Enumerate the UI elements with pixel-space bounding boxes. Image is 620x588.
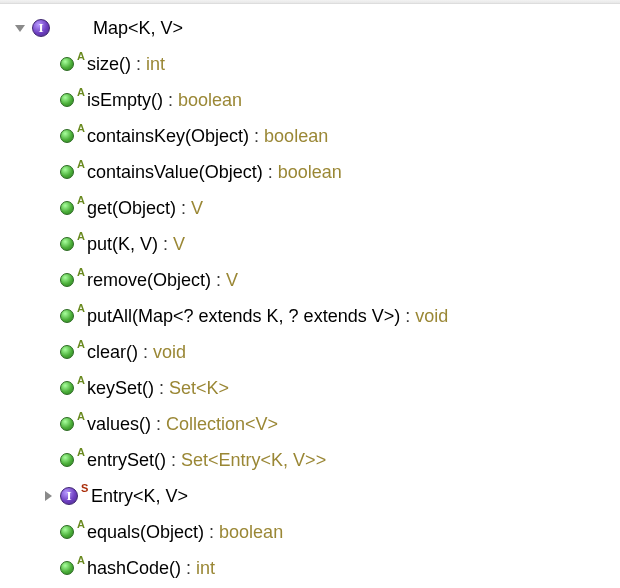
tree-row-method[interactable]: A hashCode() : int — [0, 550, 620, 586]
method-public-icon — [60, 201, 74, 215]
interface-icon — [32, 19, 50, 37]
method-public-icon — [60, 417, 74, 431]
abstract-badge-icon: A — [77, 446, 87, 458]
tree-row-label: entrySet() : Set<Entry<K, V>> — [87, 442, 326, 478]
tree-row-method[interactable]: A containsValue(Object) : boolean — [0, 154, 620, 190]
tree-row-label: keySet() : Set<K> — [87, 370, 229, 406]
disclosure-triangle-right-icon[interactable] — [42, 490, 56, 502]
method-public-icon — [60, 57, 74, 71]
tree-row-entry[interactable]: S Entry<K, V> — [0, 478, 620, 514]
disclosure-triangle-down-icon[interactable] — [14, 22, 28, 34]
method-public-icon — [60, 309, 74, 323]
abstract-badge-icon: A — [77, 554, 87, 566]
tree-row-method[interactable]: A values() : Collection<V> — [0, 406, 620, 442]
static-badge-icon: S — [81, 482, 91, 494]
tree-row-method[interactable]: A clear() : void — [0, 334, 620, 370]
method-public-icon — [60, 525, 74, 539]
method-public-icon — [60, 561, 74, 575]
tree-row-label: get(Object) : V — [87, 190, 203, 226]
svg-marker-0 — [15, 25, 25, 32]
tree-row-method[interactable]: A putAll(Map<? extends K, ? extends V>) … — [0, 298, 620, 334]
tree-row-method[interactable]: A isEmpty() : boolean — [0, 82, 620, 118]
tree-row-label: equals(Object) : boolean — [87, 514, 283, 550]
tree-row-label: clear() : void — [87, 334, 186, 370]
abstract-badge-icon: A — [77, 122, 87, 134]
tree-row-label: putAll(Map<? extends K, ? extends V>) : … — [87, 298, 448, 334]
abstract-badge-icon: A — [77, 338, 87, 350]
tree-row-method[interactable]: A equals(Object) : boolean — [0, 514, 620, 550]
outline-tree: Map<K, V> A size() : int A isEmpty() : b… — [0, 4, 620, 586]
interface-icon — [60, 487, 78, 505]
tree-row-label: hashCode() : int — [87, 550, 215, 586]
abstract-badge-icon: A — [77, 230, 87, 242]
method-public-icon — [60, 129, 74, 143]
tree-row-label: remove(Object) : V — [87, 262, 238, 298]
tree-row-label: values() : Collection<V> — [87, 406, 278, 442]
method-public-icon — [60, 165, 74, 179]
abstract-badge-icon: A — [77, 50, 87, 62]
abstract-badge-icon: A — [77, 302, 87, 314]
tree-row-method[interactable]: A containsKey(Object) : boolean — [0, 118, 620, 154]
tree-row-method[interactable]: A keySet() : Set<K> — [0, 370, 620, 406]
tree-row-method[interactable]: A put(K, V) : V — [0, 226, 620, 262]
tree-row-map[interactable]: Map<K, V> — [0, 10, 620, 46]
abstract-badge-icon: A — [77, 374, 87, 386]
tree-row-method[interactable]: A get(Object) : V — [0, 190, 620, 226]
abstract-badge-icon: A — [77, 410, 87, 422]
tree-row-method[interactable]: A entrySet() : Set<Entry<K, V>> — [0, 442, 620, 478]
abstract-badge-icon: A — [77, 518, 87, 530]
method-public-icon — [60, 93, 74, 107]
tree-row-label: containsKey(Object) : boolean — [87, 118, 328, 154]
method-public-icon — [60, 453, 74, 467]
method-public-icon — [60, 273, 74, 287]
abstract-badge-icon: A — [77, 266, 87, 278]
tree-row-label: size() : int — [87, 46, 165, 82]
tree-row-label: Entry<K, V> — [91, 478, 188, 514]
tree-row-label: containsValue(Object) : boolean — [87, 154, 342, 190]
svg-marker-1 — [45, 491, 52, 501]
method-public-icon — [60, 345, 74, 359]
tree-row-method[interactable]: A remove(Object) : V — [0, 262, 620, 298]
tree-row-label: isEmpty() : boolean — [87, 82, 242, 118]
abstract-badge-icon: A — [77, 194, 87, 206]
tree-row-label: put(K, V) : V — [87, 226, 185, 262]
tree-row-method[interactable]: A size() : int — [0, 46, 620, 82]
method-public-icon — [60, 381, 74, 395]
abstract-badge-icon: A — [77, 158, 87, 170]
method-public-icon — [60, 237, 74, 251]
abstract-badge-icon: A — [77, 86, 87, 98]
